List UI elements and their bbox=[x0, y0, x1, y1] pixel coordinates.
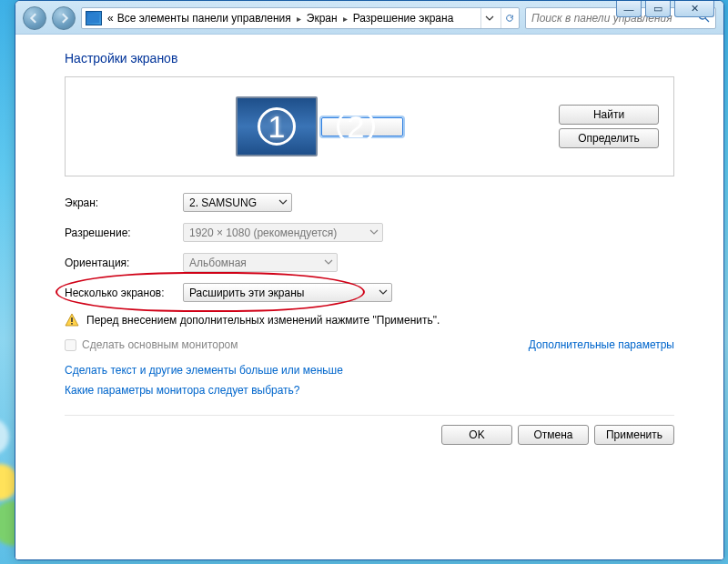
settings-form: Экран: 2. SAMSUNG Разрешение: 1920 × 108… bbox=[65, 193, 674, 445]
page-title: Настройки экранов bbox=[65, 51, 674, 65]
window-controls: — ▭ ✕ bbox=[616, 1, 714, 19]
warning-text: Перед внесением дополнительных изменений… bbox=[86, 314, 440, 327]
resolution-select[interactable]: 1920 × 1080 (рекомендуется) bbox=[183, 223, 383, 242]
svg-rect-2 bbox=[71, 317, 73, 322]
breadcrumb-item[interactable]: Все элементы панели управления bbox=[116, 12, 293, 25]
chevron-right-icon: ▸ bbox=[293, 14, 305, 24]
nav-back-button[interactable] bbox=[23, 6, 46, 30]
chevron-down-icon bbox=[369, 227, 379, 237]
minimize-button[interactable]: — bbox=[616, 1, 642, 17]
cancel-button[interactable]: Отмена bbox=[518, 425, 589, 445]
monitor-2-selected[interactable]: 2 bbox=[321, 117, 403, 136]
make-primary-checkbox-input bbox=[65, 339, 76, 351]
breadcrumb-item[interactable]: Разрешение экрана bbox=[351, 12, 456, 25]
breadcrumb: « Все элементы панели управления ▸ Экран… bbox=[106, 12, 455, 25]
monitor-number: 1 bbox=[258, 107, 296, 146]
close-button[interactable]: ✕ bbox=[674, 1, 714, 17]
chevron-right-icon: ▸ bbox=[339, 14, 351, 24]
text-size-link[interactable]: Сделать текст и другие элементы больше и… bbox=[65, 364, 674, 377]
make-primary-label: Сделать основным монитором bbox=[82, 338, 238, 351]
screen-select[interactable]: 2. SAMSUNG bbox=[183, 193, 292, 212]
nav-forward-button[interactable] bbox=[52, 6, 76, 30]
address-dropdown-button[interactable] bbox=[480, 8, 497, 28]
arrow-left-icon bbox=[29, 13, 40, 24]
apply-button[interactable]: Применить bbox=[594, 425, 674, 445]
screen-label: Экран: bbox=[65, 196, 183, 209]
make-primary-checkbox: Сделать основным монитором bbox=[65, 338, 238, 351]
separator bbox=[65, 415, 674, 416]
refresh-button[interactable] bbox=[500, 8, 517, 28]
monitors-preview-panel: 1 2 Найти Определить bbox=[65, 76, 674, 176]
arrow-right-icon bbox=[58, 13, 69, 24]
identify-displays-button[interactable]: Определить bbox=[559, 128, 659, 148]
chevron-down-icon bbox=[278, 197, 288, 206]
dialog-actions: OK Отмена Применить bbox=[65, 425, 674, 445]
orientation-select[interactable]: Альбомная bbox=[183, 253, 338, 272]
monitor-1[interactable]: 1 bbox=[236, 96, 318, 156]
monitors-preview-area[interactable]: 1 2 bbox=[80, 96, 559, 156]
breadcrumb-prefix: « bbox=[106, 12, 116, 25]
chevron-down-icon bbox=[485, 14, 494, 23]
breadcrumb-item[interactable]: Экран bbox=[305, 12, 339, 25]
svg-rect-3 bbox=[71, 323, 73, 325]
address-bar[interactable]: « Все элементы панели управления ▸ Экран… bbox=[81, 7, 520, 29]
chevron-down-icon bbox=[379, 287, 388, 297]
refresh-icon bbox=[505, 14, 514, 23]
multiple-displays-select[interactable]: Расширить эти экраны bbox=[183, 283, 392, 302]
warning-row: Перед внесением дополнительных изменений… bbox=[65, 313, 674, 327]
maximize-button[interactable]: ▭ bbox=[645, 1, 671, 17]
chevron-down-icon bbox=[324, 257, 333, 267]
display-icon bbox=[86, 11, 102, 25]
multiple-displays-label: Несколько экранов: bbox=[65, 287, 183, 299]
advanced-settings-link[interactable]: Дополнительные параметры bbox=[529, 338, 674, 351]
control-panel-window: — ▭ ✕ « Все элементы панели управления ▸… bbox=[15, 0, 724, 560]
monitor-number: 2 bbox=[337, 107, 375, 146]
warning-icon bbox=[65, 313, 79, 327]
ok-button[interactable]: OK bbox=[441, 425, 512, 445]
content-area: Настройки экранов 1 2 Найти Определить Э… bbox=[15, 35, 723, 559]
find-displays-button[interactable]: Найти bbox=[559, 105, 659, 125]
orientation-label: Ориентация: bbox=[65, 257, 183, 269]
resolution-label: Разрешение: bbox=[65, 227, 183, 239]
monitor-help-link[interactable]: Какие параметры монитора следует выбрать… bbox=[65, 384, 674, 397]
